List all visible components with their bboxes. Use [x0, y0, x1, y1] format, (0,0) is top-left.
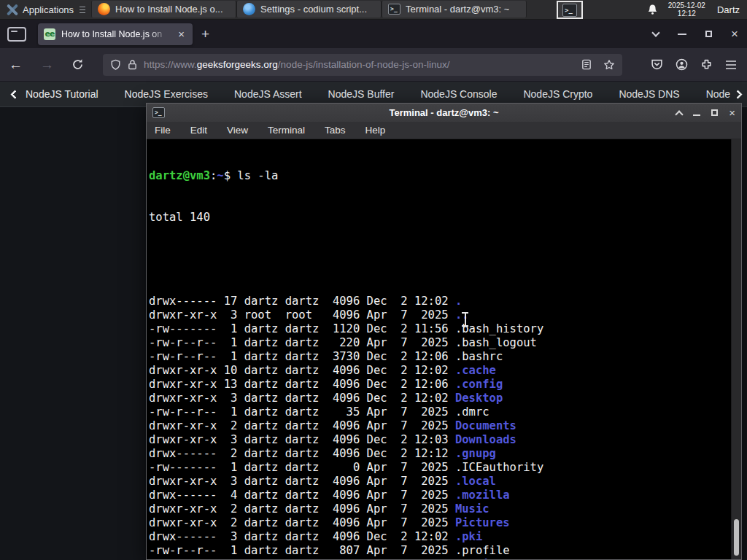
row-attributes: drwxr-xr-x 2 dartz dartz 4096 Apr 7 2025 [149, 558, 455, 559]
row-attributes: drwxr-xr-x 3 dartz dartz 4096 Dec 2 12:0… [149, 392, 455, 405]
terminal-menu-item[interactable]: File [155, 125, 171, 136]
taskbar-window-codium[interactable]: Settings - codium script... [236, 1, 382, 18]
reader-mode-icon[interactable] [581, 59, 592, 71]
terminal-output-row: drwxr-xr-x 3 dartz dartz 4096 Dec 2 12:0… [149, 433, 731, 447]
window-close-button[interactable]: × [731, 28, 738, 40]
taskbar-window-terminal[interactable]: >_ Terminal - dartz@vm3: ~ [382, 1, 527, 18]
terminal-output: dartz@vm3:~$ ls -la total 140 drwx------… [147, 139, 731, 559]
terminal-output-row: -rw-r--r-- 1 dartz dartz 220 Apr 7 2025 … [149, 336, 731, 350]
terminal-output-row: drwxr-xr-x 3 root root 4096 Apr 7 2025 .… [149, 308, 731, 322]
terminal-menu-item[interactable]: Tabs [325, 125, 346, 136]
new-tab-button[interactable]: + [193, 26, 218, 42]
terminal-maximize-button[interactable] [711, 109, 718, 116]
terminal-output-row: drwxr-xr-x 2 dartz dartz 4096 Apr 7 2025… [149, 419, 731, 433]
url-bar[interactable]: https://www.geeksforgeeks.org/node-js/in… [103, 54, 622, 76]
browser-tab-active[interactable]: ee How to Install Node.js on × [38, 23, 193, 45]
terminal-output-row: drwxr-xr-x 3 dartz dartz 4096 Dec 2 12:0… [149, 392, 731, 405]
window-minimize-button[interactable] [678, 34, 686, 35]
window-maximize-button[interactable] [705, 31, 712, 37]
terminal-titlebar[interactable]: >_ Terminal - dartz@vm3: ~ × [147, 104, 741, 122]
site-nav-link[interactable]: NodeJS Tutorial [26, 88, 98, 100]
notification-bell-icon[interactable] [647, 4, 658, 15]
terminal-output-row: drwx------ 3 dartz dartz 4096 Dec 2 12:0… [149, 530, 731, 544]
row-attributes: drwx------ 4 dartz dartz 4096 Apr 7 2025 [149, 489, 455, 502]
tab-close-icon[interactable]: × [176, 28, 187, 40]
site-nav-link[interactable]: NodeJS Exercises [125, 88, 208, 100]
row-attributes: drwxr-xr-x 3 dartz dartz 4096 Apr 7 2025 [149, 475, 455, 488]
terminal-output-row: -rw-r--r-- 1 dartz dartz 35 Apr 7 2025 .… [149, 405, 731, 419]
terminal-scrollbar[interactable] [731, 139, 741, 559]
terminal-shade-button[interactable] [676, 110, 684, 118]
row-filename: Pictures [455, 516, 510, 529]
site-nav-link[interactable]: NodeJS Buffer [328, 88, 395, 100]
firefox-toolbar: ← → https://www.geeksforgeeks.org/node-j… [0, 48, 747, 82]
terminal-total-line: total 140 [149, 211, 731, 225]
terminal-close-button[interactable]: × [729, 108, 735, 117]
reload-button[interactable] [63, 58, 93, 71]
terminal-output-row: drwxr-xr-x 13 dartz dartz 4096 Dec 2 12:… [149, 378, 731, 392]
row-filename: .local [455, 475, 496, 488]
clock-date: 2025-12-02 [668, 1, 705, 9]
site-nav-link[interactable]: NodeJS Assert [234, 88, 302, 100]
user-menu[interactable]: Dartz [716, 4, 740, 15]
taskbar-window-firefox[interactable]: How to Install Node.js o... [91, 1, 236, 18]
row-filename: Desktop [455, 392, 503, 405]
terminal-menu-item[interactable]: Edit [190, 125, 207, 136]
tracking-protection-shield-icon[interactable] [110, 59, 121, 71]
terminal-output-row: -rw-r--r-- 1 dartz dartz 807 Apr 7 2025 … [149, 544, 731, 558]
row-filename: Music [455, 502, 489, 516]
terminal-menu-item[interactable]: View [227, 125, 248, 136]
row-attributes: drwx------ 17 dartz dartz 4096 Dec 2 12:… [149, 295, 455, 308]
site-nav-link[interactable]: NodeJS DNS [619, 88, 679, 100]
prompt-user-host: dartz@vm3 [149, 169, 210, 182]
back-button[interactable]: ← [0, 57, 31, 73]
taskbar-window-title: Terminal - dartz@vm3: ~ [406, 4, 509, 15]
row-filename: .mozilla [455, 489, 510, 502]
forward-button[interactable]: → [31, 57, 63, 73]
row-attributes: drwxr-xr-x 2 dartz dartz 4096 Apr 7 2025 [149, 516, 455, 529]
prompt-command: $ ls -la [224, 169, 279, 182]
terminal-launcher-icon[interactable]: >_ [557, 1, 583, 19]
hamburger-menu-icon[interactable] [725, 60, 737, 70]
row-attributes: -rw-r--r-- 1 dartz dartz 35 Apr 7 2025 [149, 405, 455, 419]
terminal-menu-item[interactable]: Help [365, 125, 386, 136]
pocket-icon[interactable] [651, 58, 663, 71]
row-filename: .cache [455, 364, 496, 377]
applications-menu-button[interactable]: Applications [0, 0, 91, 19]
site-nav-link[interactable]: NodeJS Crypto [523, 88, 592, 100]
tab-title: How to Install Node.js on [61, 29, 170, 39]
terminal-minimize-button[interactable] [693, 114, 700, 116]
applications-icon [6, 4, 18, 16]
terminal-icon: >_ [562, 4, 577, 17]
firefox-icon [98, 3, 110, 15]
menu-lines-icon [80, 7, 85, 13]
terminal-output-row: drwxr-xr-x 2 dartz dartz 4096 Apr 7 2025… [149, 516, 731, 530]
panel-clock[interactable]: 2025-12-02 12:12 [668, 1, 705, 18]
mouse-cursor-ibeam-icon [462, 312, 468, 327]
terminal-output-row: drwxr-xr-x 2 dartz dartz 4096 Apr 7 2025… [149, 502, 731, 516]
scrollbar-thumb[interactable] [734, 519, 739, 556]
firefox-view-icon[interactable] [7, 27, 26, 42]
extensions-puzzle-icon[interactable] [700, 58, 713, 71]
nav-scroll-right-icon[interactable] [733, 90, 743, 99]
clock-time: 12:12 [668, 9, 705, 18]
list-all-tabs-icon[interactable] [651, 28, 659, 36]
desktop: Applications How to Install Node.js o...… [0, 0, 747, 560]
terminal-menu-item[interactable]: Terminal [268, 125, 305, 136]
account-icon[interactable] [676, 58, 688, 71]
site-nav-link[interactable]: NodeJS Console [420, 88, 497, 100]
row-attributes: -rw-r--r-- 1 dartz dartz 220 Apr 7 2025 [149, 336, 455, 349]
lock-icon[interactable] [128, 59, 137, 70]
terminal-output-row: drwxr-xr-x 2 dartz dartz 4096 Apr 7 2025… [149, 558, 731, 559]
terminal-output-row: drwxr-xr-x 10 dartz dartz 4096 Dec 2 12:… [149, 364, 731, 378]
terminal-title: Terminal - dartz@vm3: ~ [147, 107, 741, 118]
row-filename: .bash_history [455, 322, 543, 335]
bookmark-star-icon[interactable] [603, 59, 615, 71]
terminal-body[interactable]: dartz@vm3:~$ ls -la total 140 drwx------… [147, 139, 741, 559]
row-filename: .bash_logout [455, 336, 537, 349]
site-nav-link[interactable]: Node [706, 88, 730, 100]
terminal-icon: >_ [388, 4, 400, 15]
nav-scroll-left-icon[interactable] [10, 90, 20, 99]
row-filename: Public [455, 558, 496, 559]
row-filename: Downloads [455, 433, 516, 446]
